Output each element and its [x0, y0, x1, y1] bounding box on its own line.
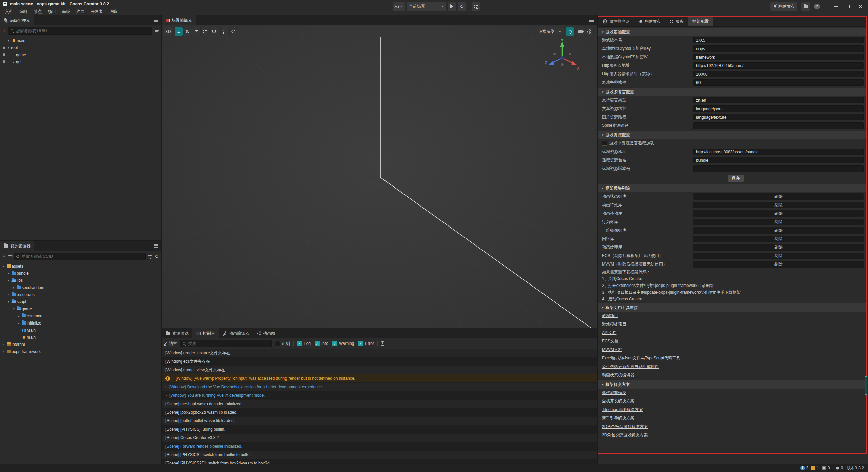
save-button[interactable]: 保存	[728, 175, 744, 182]
console-search-input[interactable]	[187, 341, 269, 346]
log-filter-checkbox[interactable]: Info	[315, 341, 328, 346]
view-settings-button[interactable]	[585, 27, 593, 36]
assets-search[interactable]	[14, 253, 146, 260]
console-log-row[interactable]: ! › [Scene] [PHYSICS]: using builtin.	[162, 425, 597, 434]
platform-select[interactable]: ▾	[393, 2, 405, 11]
scrollbar-thumb[interactable]	[865, 376, 867, 395]
warning-count[interactable]: ! 1	[811, 466, 819, 470]
console-search[interactable]	[180, 340, 272, 347]
asset-node-row[interactable]: libs	[0, 277, 161, 284]
console-log-row[interactable]: ! › [Window] model_view文件夹存在	[162, 366, 597, 374]
refresh-icon[interactable]	[155, 254, 159, 259]
tab-scene-editor[interactable]: 场景编辑器	[162, 15, 196, 25]
solution-link[interactable]: 全栈开发解决方案	[602, 397, 634, 406]
remove-module-button[interactable]: 剔除	[693, 219, 864, 225]
minimize-button[interactable]	[831, 3, 840, 10]
move-tool-button[interactable]	[175, 27, 183, 36]
doc-link[interactable]: ECS文档	[602, 337, 618, 346]
coordinate-button[interactable]	[230, 27, 238, 36]
console-log-row[interactable]: ! › [Scene] [PHYSICS2D]: switch from box…	[162, 459, 597, 464]
error-count[interactable]: ✕ 0	[822, 466, 830, 470]
expand-arrow-icon[interactable]	[6, 272, 11, 275]
menu-item[interactable]: 编辑	[16, 8, 31, 15]
asset-node-row[interactable]: initialize	[0, 319, 161, 327]
console-tab[interactable]: 资源预览	[162, 328, 192, 338]
tab-assets[interactable]: 资源管理器	[0, 241, 34, 251]
asset-node-row[interactable]: seedrandom	[0, 284, 161, 291]
solution-link[interactable]: 战棋游戏框架	[602, 389, 626, 397]
expand-arrow-icon[interactable]	[6, 293, 11, 296]
solution-link[interactable]: Tiledmap地图解决方案	[602, 406, 643, 414]
rotate-tool-button[interactable]	[183, 27, 192, 36]
filter-icon[interactable]	[148, 255, 152, 256]
expand-arrow-icon[interactable]	[1, 264, 6, 268]
menu-item[interactable]: 项目	[45, 8, 59, 15]
expand-arrow-icon[interactable]: ›	[172, 376, 173, 381]
console-log-row[interactable]: ! › [Scene] Forward render pipeline init…	[162, 442, 597, 451]
solution-link[interactable]: 3D角色扮演游戏解决方案	[602, 431, 648, 439]
field-input[interactable]	[693, 157, 864, 163]
close-button[interactable]	[856, 3, 865, 10]
scale-tool-button[interactable]	[192, 27, 200, 36]
section-header-basic[interactable]: ▾ 游戏基础配置	[598, 28, 866, 36]
menu-item[interactable]: 帮助	[106, 8, 120, 15]
help-icon[interactable]	[814, 4, 820, 9]
console-tab[interactable]: 动画编辑器	[219, 328, 253, 338]
asset-node-row[interactable]: resources	[0, 291, 161, 298]
hierarchy-search[interactable]	[8, 27, 152, 35]
panel-menu-icon[interactable]	[154, 245, 158, 246]
solution-link[interactable]: 新手引导解决方案	[602, 414, 634, 422]
console-log-row[interactable]: ! › [Scene] [box2d]:box2d wasm lib loade…	[162, 408, 597, 417]
open-project-folder-button[interactable]	[801, 2, 811, 11]
expand-arrow-icon[interactable]	[6, 46, 11, 50]
field-input[interactable]	[693, 122, 864, 129]
field-input[interactable]	[693, 79, 864, 86]
hierarchy-node-row[interactable]: game	[0, 51, 161, 58]
remove-module-button[interactable]: 剔除	[693, 244, 864, 251]
asset-node-row[interactable]: bundle	[0, 270, 161, 277]
hierarchy-node-row[interactable]: main	[0, 37, 161, 44]
remove-module-button[interactable]: 剔除	[693, 210, 864, 217]
menu-item[interactable]: 节点	[31, 8, 45, 15]
inspector-tab[interactable]: 属性检查器	[598, 17, 634, 26]
expand-arrow-icon[interactable]	[12, 286, 16, 289]
inspector-tab[interactable]: 框架配置	[688, 17, 713, 26]
remove-module-button[interactable]: 剔除	[693, 253, 864, 259]
expand-arrow-icon[interactable]	[6, 300, 11, 303]
section-header-language[interactable]: ▾ 游戏多语言配置	[598, 88, 866, 96]
gizmo-tool-button[interactable]	[210, 27, 218, 36]
remove-module-button[interactable]: 剔除	[693, 261, 864, 268]
filter-icon[interactable]	[155, 30, 159, 31]
mode-3d-button[interactable]: 3D	[164, 27, 172, 36]
menu-item[interactable]: 扩展	[73, 8, 87, 15]
axis-gizmo[interactable]: Y X Z	[544, 38, 581, 76]
render-mode-select[interactable]: 正常渲染 ▾	[535, 27, 564, 36]
panel-menu-icon[interactable]	[154, 20, 158, 21]
console-log-row[interactable]: ! › [Scene] meshopt wasm decoder initial…	[162, 400, 597, 408]
console-log-row[interactable]: ! › [Scene] Cocos Creator v3.8.2	[162, 434, 597, 442]
expand-arrow-icon[interactable]: ›	[165, 393, 167, 398]
clear-console-button[interactable]: 清空	[165, 341, 177, 347]
expand-arrow-icon[interactable]: ›	[165, 385, 167, 389]
field-input[interactable]	[693, 54, 864, 60]
field-input[interactable]	[693, 45, 864, 52]
asset-node-row[interactable]: game	[0, 305, 161, 312]
field-input[interactable]	[693, 97, 864, 103]
remove-module-button[interactable]: 剔除	[693, 236, 864, 242]
remove-module-button[interactable]: 剔除	[693, 202, 864, 208]
console-log-row[interactable]: ! › [Window] [Vue warn]: Property "onInp…	[162, 374, 597, 383]
build-publish-button[interactable]: 构建发布	[770, 2, 797, 11]
add-node-button[interactable]	[3, 28, 6, 33]
console-log-row[interactable]: ! › [Window] ecs文件夹存在	[162, 357, 597, 366]
hierarchy-node-row[interactable]: gui	[0, 58, 161, 65]
asset-node-row[interactable]: script	[0, 298, 161, 305]
menu-item[interactable]: 面板	[59, 8, 73, 15]
menu-item[interactable]: 开发者	[87, 8, 106, 15]
asset-node-row[interactable]: oops-framework	[0, 348, 161, 355]
scene-viewport[interactable]: 3D	[162, 25, 597, 328]
log-filter-checkbox[interactable]: Log	[297, 341, 311, 346]
section-header-modules[interactable]: ▾ 框架模块剔除	[598, 184, 866, 192]
expand-arrow-icon[interactable]	[1, 343, 6, 346]
camera-settings-button[interactable]	[576, 27, 585, 36]
log-filter-checkbox[interactable]: Warning	[332, 341, 354, 346]
